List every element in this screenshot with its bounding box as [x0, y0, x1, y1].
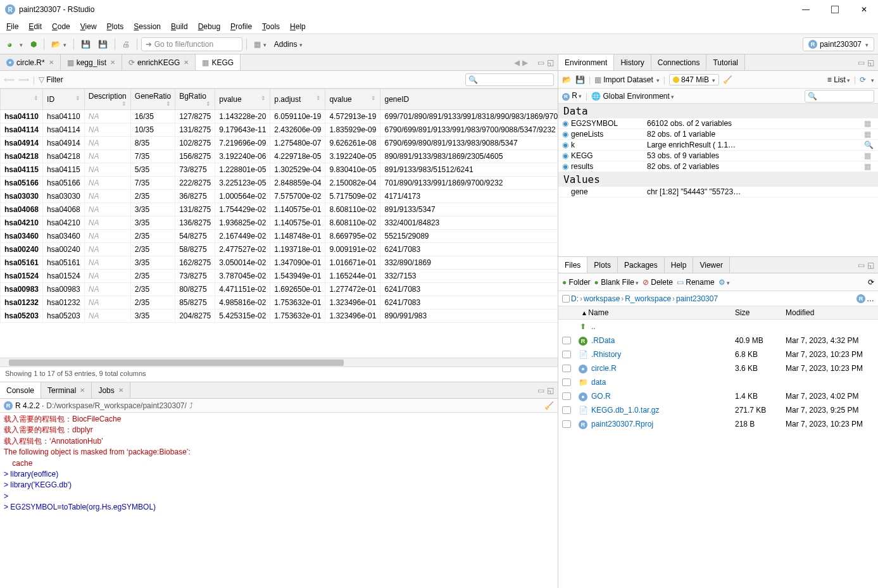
- env-tab-environment[interactable]: Environment: [558, 54, 614, 70]
- files-tab-packages[interactable]: Packages: [618, 257, 665, 273]
- close-tab-icon[interactable]: ✕: [110, 59, 115, 66]
- env-item[interactable]: genechr [1:82] "54443" "55723…: [558, 187, 878, 197]
- breadcrumb-item[interactable]: paint230307: [676, 294, 718, 303]
- more-files-button[interactable]: ⚙: [718, 278, 730, 287]
- env-item[interactable]: ◉results82 obs. of 2 variables▦: [558, 161, 878, 172]
- working-dir[interactable]: D:/workspase/R_workspace/paint230307/: [46, 401, 186, 410]
- file-checkbox[interactable]: [562, 337, 571, 344]
- goto-wd-icon[interactable]: ⤴: [189, 401, 193, 410]
- goto-file-input[interactable]: ➜Go to file/function: [141, 37, 242, 51]
- table-row[interactable]: hsa05161hsa05161NA3/35162/82753.050014e-…: [1, 256, 558, 270]
- search-icon[interactable]: 🔍: [864, 141, 875, 149]
- close-tab-icon[interactable]: ✕: [118, 387, 123, 394]
- grid-view-icon[interactable]: ▦: [864, 151, 875, 160]
- env-tab-tutorial[interactable]: Tutorial: [706, 54, 745, 70]
- file-checkbox[interactable]: [562, 392, 571, 400]
- clear-env-icon[interactable]: 🧹: [723, 75, 732, 84]
- menu-profile[interactable]: Profile: [230, 22, 252, 31]
- table-row[interactable]: hsa03460hsa03460NA2/3554/82752.167449e-0…: [1, 230, 558, 243]
- console-tab-console[interactable]: Console: [0, 382, 41, 398]
- goto-project-dir-icon[interactable]: R: [856, 294, 865, 303]
- menu-debug[interactable]: Debug: [198, 22, 220, 31]
- save-button[interactable]: 💾: [78, 38, 94, 51]
- table-row[interactable]: hsa04114hsa04114NA10/35131/82759.179643e…: [1, 123, 558, 137]
- table-row[interactable]: hsa05203hsa05203NA3/35204/82755.425315e-…: [1, 310, 558, 323]
- import-dataset-button[interactable]: ▦Import Dataset: [594, 75, 660, 84]
- env-tab-history[interactable]: History: [614, 54, 651, 70]
- grid-view-icon[interactable]: ▦: [864, 162, 875, 171]
- expand-icon[interactable]: ◉: [560, 151, 571, 160]
- minimize-files-icon[interactable]: ▭: [858, 261, 865, 270]
- menu-code[interactable]: Code: [52, 22, 70, 31]
- table-row[interactable]: hsa04068hsa04068NA3/35131/82751.754429e-…: [1, 203, 558, 216]
- refresh-env-icon[interactable]: ⟳: [860, 75, 866, 84]
- column-header[interactable]: GeneRatio⇕: [130, 89, 175, 110]
- breadcrumb-item[interactable]: R_workspace: [625, 294, 671, 303]
- rename-file-button[interactable]: ▭ Rename: [677, 278, 715, 287]
- menu-build[interactable]: Build: [171, 22, 188, 31]
- table-row[interactable]: hsa05166hsa05166NA7/35222/82753.225123e-…: [1, 177, 558, 190]
- back-arrow-icon[interactable]: ⟸: [4, 75, 15, 84]
- print-button[interactable]: 🖨: [119, 38, 133, 51]
- menu-plots[interactable]: Plots: [107, 22, 124, 31]
- file-up-row[interactable]: ⬆..: [558, 320, 878, 334]
- addins-button[interactable]: Addins: [271, 38, 306, 51]
- save-workspace-icon[interactable]: 💾: [575, 75, 585, 84]
- memory-usage[interactable]: 847 MiB: [669, 74, 719, 85]
- file-row[interactable]: 📄.Rhistory6.8 KBMar 7, 2023, 10:23 PM: [558, 347, 878, 361]
- filter-button[interactable]: ▽Filter: [39, 75, 63, 84]
- data-viewer[interactable]: ⇕ID⇕Description⇕GeneRatio⇕BgRatio⇕pvalue…: [0, 89, 558, 358]
- file-checkbox[interactable]: [562, 406, 571, 414]
- refresh-files-icon[interactable]: ⟳: [868, 278, 874, 287]
- maximize-env-icon[interactable]: ◱: [867, 58, 874, 67]
- column-header[interactable]: qvalue⇕: [325, 89, 380, 110]
- load-workspace-icon[interactable]: 📂: [562, 75, 572, 84]
- close-button[interactable]: ✕: [855, 3, 873, 16]
- data-search-input[interactable]: [465, 73, 554, 86]
- maximize-files-icon[interactable]: ◱: [867, 261, 874, 270]
- source-tab[interactable]: ⟳enrichKEGG✕: [122, 54, 196, 70]
- file-name[interactable]: data: [591, 378, 735, 387]
- file-name[interactable]: paint230307.Rproj: [591, 420, 735, 428]
- menu-session[interactable]: Session: [134, 22, 161, 31]
- project-menu[interactable]: Rpaint230307: [803, 37, 874, 51]
- source-tab[interactable]: ▦kegg_list✕: [61, 54, 122, 70]
- grid-view-button[interactable]: ▦: [251, 38, 270, 51]
- more-path-button[interactable]: …: [867, 294, 874, 303]
- files-tab-viewer[interactable]: Viewer: [693, 257, 729, 273]
- column-header[interactable]: BgRatio⇕: [175, 89, 215, 110]
- minimize-console-icon[interactable]: ▭: [537, 386, 544, 395]
- table-row[interactable]: hsa04218hsa04218NA7/35156/82753.192240e-…: [1, 150, 558, 163]
- menu-tools[interactable]: Tools: [262, 22, 280, 31]
- file-name[interactable]: GO.R: [591, 392, 735, 401]
- column-header[interactable]: geneID⇕: [380, 89, 558, 110]
- table-row[interactable]: hsa03030hsa03030NA2/3536/82751.000564e-0…: [1, 190, 558, 203]
- menu-file[interactable]: File: [6, 22, 18, 31]
- env-scope-selector[interactable]: 🌐 Global Environment: [591, 92, 674, 101]
- close-tab-icon[interactable]: ✕: [184, 59, 189, 66]
- column-header[interactable]: Description⇕: [84, 89, 130, 110]
- menu-edit[interactable]: Edit: [28, 22, 42, 31]
- expand-icon[interactable]: ◉: [560, 162, 571, 171]
- maximize-console-icon[interactable]: ◱: [547, 386, 554, 395]
- expand-icon[interactable]: ◉: [560, 141, 571, 149]
- clear-console-icon[interactable]: 🧹: [544, 401, 554, 410]
- expand-icon[interactable]: ◉: [560, 130, 571, 139]
- table-row[interactable]: hsa01232hsa01232NA2/3585/82754.985816e-0…: [1, 296, 558, 310]
- file-checkbox[interactable]: [562, 351, 571, 358]
- source-tab[interactable]: ●circle.R*✕: [0, 54, 61, 70]
- minimize-env-icon[interactable]: ▭: [858, 58, 865, 67]
- breadcrumb-item[interactable]: workspase: [584, 294, 620, 303]
- console-tab-terminal[interactable]: Terminal✕: [41, 382, 92, 398]
- file-checkbox[interactable]: [562, 420, 571, 428]
- env-search-input[interactable]: [805, 90, 874, 103]
- file-checkbox[interactable]: [562, 365, 571, 372]
- files-list[interactable]: ⬆..R.RData40.9 MBMar 7, 2023, 4:32 PM📄.R…: [558, 320, 878, 588]
- grid-view-icon[interactable]: ▦: [864, 119, 875, 128]
- table-row[interactable]: hsa04914hsa04914NA8/35102/82757.219696e-…: [1, 137, 558, 150]
- column-header[interactable]: pvalue⇕: [215, 89, 270, 110]
- new-file-button[interactable]: ●+: [4, 37, 26, 51]
- file-checkbox[interactable]: [562, 378, 571, 386]
- source-forward-button[interactable]: ▶: [522, 58, 528, 67]
- env-item[interactable]: ◉kLarge enrichResult ( 1.1…🔍: [558, 140, 878, 151]
